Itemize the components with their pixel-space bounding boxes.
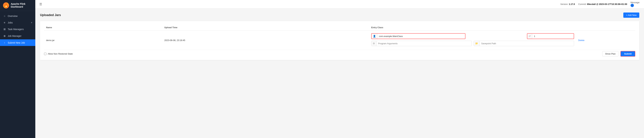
page-header: Uploaded Jars + Add New	[40, 13, 639, 18]
program-args-input[interactable]	[376, 41, 472, 46]
jar-upload-time: 2023-06-08, 23:18:45	[164, 39, 185, 42]
main-class-input[interactable]	[377, 34, 465, 39]
hamburger-icon[interactable]: ☰	[39, 2, 42, 6]
submit-job-icon: ↑	[3, 41, 6, 44]
task-managers-icon: ⊞	[3, 28, 6, 31]
sidebar-item-submit-label: Submit New Job	[8, 41, 25, 44]
content-area: Uploaded Jars + Add New Name Upload Time…	[35, 9, 644, 138]
sidebar-item-jobs-label: Jobs	[8, 21, 13, 24]
message-count-badge: 0	[630, 4, 634, 7]
program-args-input-wrapper: ⚙	[371, 41, 472, 46]
flink-logo-icon: 🔥	[3, 2, 9, 9]
gear-icon: ⚙	[372, 41, 376, 46]
sidebar-item-job-manager[interactable]: ⊕ Job Manager	[0, 33, 35, 39]
allow-non-restored-text: Allow Non Restored State	[48, 52, 73, 55]
version-label: Version:	[560, 3, 568, 6]
job-manager-icon: ⊕	[3, 34, 6, 37]
show-plan-button[interactable]: Show Plan	[602, 51, 618, 56]
folder-icon: 📁	[474, 41, 480, 46]
topbar-right: Version: 1.17.0 Commit: 69ecda0 @ 2023-0…	[560, 1, 640, 7]
main-area: ☰ Version: 1.17.0 Commit: 69ecda0 @ 2023…	[35, 0, 644, 138]
form-row-1: 👤 ↺	[371, 33, 574, 39]
message-info: Message: 0	[630, 1, 640, 7]
sidebar-item-task-managers[interactable]: ⊞ Task Managers	[0, 26, 35, 33]
commit-value: 69ecda0 @ 2023-03-17T10:30:06+01:00	[587, 3, 627, 6]
page-title: Uploaded Jars	[40, 13, 61, 17]
jobs-expand-icon: ∨	[31, 21, 32, 24]
add-new-button[interactable]: + Add New	[623, 13, 639, 18]
col-header-action	[576, 25, 635, 31]
col-header-name: Name	[44, 25, 162, 31]
allow-non-restored-label[interactable]: Allow Non Restored State	[44, 52, 73, 55]
allow-non-restored-checkbox[interactable]	[44, 53, 46, 55]
commit-label: Commit:	[578, 3, 586, 6]
sidebar-item-task-managers-label: Task Managers	[8, 28, 24, 31]
col-header-entry-class: Entry Class	[369, 25, 576, 31]
delete-link[interactable]: Delete	[578, 39, 584, 42]
savepoint-input[interactable]	[480, 41, 574, 46]
version-info: Version: 1.17.0	[560, 3, 575, 6]
jar-name: demo.jar	[46, 39, 55, 42]
topbar-left: ☰	[39, 2, 42, 6]
sidebar-item-job-manager-label: Job Manager	[8, 35, 22, 37]
sidebar-nav: ○ Overview ≡ Jobs ∨ ⊞ Task Managers ⊕ Jo…	[0, 11, 35, 138]
parallelism-icon: ↺	[527, 34, 532, 39]
savepoint-input-wrapper: 📁	[474, 41, 574, 46]
message-label: Message:	[630, 1, 640, 4]
topbar: ☰ Version: 1.17.0 Commit: 69ecda0 @ 2023…	[35, 0, 644, 9]
jars-table: Name Upload Time Entry Class demo.jar 20…	[44, 25, 635, 50]
jar-form-section: 👤 ↺	[371, 33, 574, 46]
main-class-input-wrapper: 👤	[371, 33, 466, 39]
sidebar-item-overview-label: Overview	[8, 15, 18, 17]
commit-info: Commit: 69ecda0 @ 2023-03-17T10:30:06+01…	[578, 3, 627, 6]
main-card: Name Upload Time Entry Class demo.jar 20…	[40, 21, 639, 60]
sidebar-item-overview[interactable]: ○ Overview	[0, 13, 35, 19]
person-icon: 👤	[372, 34, 377, 39]
version-value: 1.17.0	[569, 3, 575, 6]
submit-button[interactable]: Submit	[620, 51, 635, 57]
parallelism-input-wrapper: ↺	[527, 33, 574, 39]
sidebar: 🔥 Apache Flink Dashboard ○ Overview ≡ Jo…	[0, 0, 35, 138]
table-row: demo.jar 2023-06-08, 23:18:45	[44, 31, 635, 50]
jar-upload-time-cell: 2023-06-08, 23:18:45	[162, 31, 369, 50]
overview-icon: ○	[3, 15, 6, 17]
form-bottom-row: Allow Non Restored State Show Plan Submi…	[44, 51, 635, 57]
sidebar-logo: 🔥 Apache Flink Dashboard	[0, 0, 35, 11]
jobs-icon: ≡	[3, 21, 6, 24]
form-row-2: ⚙ 📁	[371, 41, 574, 46]
sidebar-app-title: Apache Flink Dashboard	[11, 3, 32, 8]
sidebar-item-submit-new-job[interactable]: ↑ Submit New Job	[0, 39, 35, 46]
sidebar-item-jobs[interactable]: ≡ Jobs ∨	[0, 19, 35, 26]
col-header-upload-time: Upload Time	[162, 25, 369, 31]
jar-action-cell: Delete	[576, 31, 635, 50]
jar-name-cell: demo.jar	[44, 31, 162, 50]
jar-entry-class-cell: 👤 ↺	[369, 31, 576, 50]
parallelism-input[interactable]	[532, 34, 574, 39]
